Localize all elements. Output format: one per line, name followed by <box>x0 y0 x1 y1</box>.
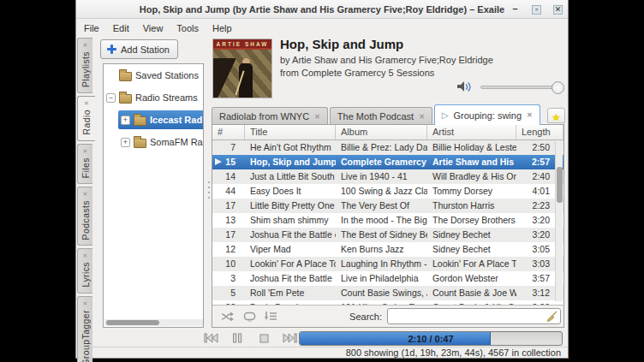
cell-num: 44 <box>212 184 245 199</box>
cell-album: Laughing In Rhythm - Disc… <box>336 257 427 271</box>
table-row[interactable]: 15Hop, Skip and JumpComplete Gramercy 5 … <box>212 155 564 169</box>
shuffle-icon[interactable] <box>221 312 235 322</box>
table-row[interactable]: 17Little Bitty Pretty OneThe Very Best O… <box>212 199 564 213</box>
pause-button[interactable] <box>228 332 247 345</box>
table-row[interactable]: 17Joshua Fit the Battle of J…The Best of… <box>212 228 564 242</box>
tree-item-saved-stations[interactable]: Saved Stations <box>104 64 203 86</box>
tree-horizontal-scrollbar[interactable] <box>104 319 204 326</box>
progress-time-text: 2:10 / 0:47 <box>300 334 562 344</box>
dynamic-icon[interactable] <box>265 312 277 322</box>
cell-title: Shim sham shimmy <box>245 213 336 228</box>
cell-artist: Count Basie & Joe Williams <box>427 286 516 300</box>
expander-icon[interactable]: + <box>121 138 130 147</box>
sidebar-tab-label: Radio <box>81 110 92 134</box>
menu-view[interactable]: View <box>143 23 164 33</box>
close-icon[interactable]: ✕ <box>527 111 533 119</box>
tree-item-label: SomaFM Radio <box>150 137 204 147</box>
table-row[interactable]: 13Shim sham shimmyIn the mood - The Big … <box>212 213 564 228</box>
close-icon[interactable]: ✕ <box>83 252 88 259</box>
cell-num: 17 <box>212 228 245 242</box>
volume-slider-handle[interactable] <box>552 81 564 94</box>
cell-album: Live in Philadelphia <box>336 271 427 286</box>
collection-status-text: 800 showing (1d, 19h, 23m, 44s), 4567 in… <box>346 347 561 358</box>
close-icon[interactable]: ✕ <box>419 113 425 121</box>
column-header-title[interactable]: Title <box>245 125 336 139</box>
exaile-window: Hop, Skip and Jump (by Artie Shaw and Hi… <box>75 0 569 359</box>
scrollbar-thumb[interactable] <box>106 320 159 325</box>
menu-help[interactable]: Help <box>212 23 232 33</box>
cell-album: Count Basie Swings, Joe … <box>336 286 427 300</box>
column-header-artist[interactable]: Artist <box>427 125 516 139</box>
volume-slider[interactable] <box>480 86 559 89</box>
search-input[interactable] <box>387 308 561 324</box>
pane-splitter-handle[interactable] <box>207 181 210 204</box>
close-icon[interactable]: ✕ <box>83 42 88 49</box>
album-art: ARTIE SHAW <box>212 39 272 98</box>
playlist-vertical-scrollbar[interactable] <box>555 141 563 301</box>
menu-tools[interactable]: Tools <box>176 23 199 33</box>
sidebar-tab-files[interactable]: ✕Files <box>77 144 92 184</box>
playing-icon: ▷ <box>442 110 449 120</box>
cell-album: Live in 1940 - 41 <box>336 169 427 184</box>
cell-title: Joshua Fit the Battle <box>245 271 336 286</box>
tree-item-icecast-radio[interactable]: +Icecast Radio <box>104 109 203 131</box>
new-playlist-button[interactable]: ★ <box>547 108 565 123</box>
previous-button[interactable] <box>201 332 220 345</box>
close-icon[interactable]: ✕ <box>83 300 88 307</box>
table-row[interactable]: 14Just a Little Bit South of …Live in 19… <box>212 169 564 184</box>
scrollbar-thumb[interactable] <box>557 167 563 203</box>
table-row[interactable]: 3Joshua Fit the BattleLive in Philadelph… <box>212 271 564 286</box>
column-header-length[interactable]: Length <box>516 125 564 139</box>
playlist-tab-grouping-swing[interactable]: ▷Grouping: swing✕ <box>434 104 540 125</box>
clear-search-broom-icon[interactable] <box>546 311 558 323</box>
add-station-button[interactable]: Add Station <box>100 39 178 59</box>
table-row[interactable]: 7He Ain't Got RhythmBillie & Prez: Lady … <box>212 140 564 155</box>
sidebar-tab-radio[interactable]: ✕Radio <box>77 96 95 140</box>
cell-artist: Lookin' For A Place To Park <box>427 257 516 271</box>
tree-item-somafm-radio[interactable]: +SomaFM Radio <box>104 131 203 153</box>
maximize-button[interactable]: ▫ <box>532 5 541 15</box>
column-header-album[interactable]: Album <box>336 125 427 139</box>
screen: Hop, Skip and Jump (by Artie Shaw and Hi… <box>0 0 644 362</box>
repeat-icon[interactable] <box>243 312 256 322</box>
speaker-icon <box>456 80 475 93</box>
sidebar-tab-playlists[interactable]: ✕Playlists <box>77 38 92 93</box>
close-icon[interactable]: ✕ <box>314 113 320 121</box>
cell-title: Roll 'Em Pete <box>245 286 336 300</box>
sidebar-tab-lyrics[interactable]: ✕Lyrics <box>77 248 92 293</box>
playlist-tab-label: The Moth Podcast <box>337 111 414 122</box>
sidebar-tab-podcasts[interactable]: ✕Podcasts <box>77 187 92 246</box>
station-tree-items: Saved Stations−Radio Streams+Icecast Rad… <box>104 64 203 153</box>
close-button[interactable]: ✕ <box>553 5 563 15</box>
stop-button[interactable] <box>254 332 273 345</box>
cell-title: Lookin' For A Place To Park <box>245 257 336 271</box>
column-header-[interactable]: # <box>212 125 245 139</box>
minimize-button[interactable]: – <box>510 5 520 15</box>
table-row[interactable]: 5Roll 'Em PeteCount Basie Swings, Joe …C… <box>212 286 564 300</box>
playlist-tab-radiolab-from-wnyc[interactable]: Radiolab from WNYC✕ <box>212 107 328 125</box>
seek-progress-bar[interactable]: 2:10 / 0:47 <box>299 331 563 346</box>
playlist-tab-the-moth-podcast[interactable]: The Moth Podcast✕ <box>330 107 432 125</box>
table-row[interactable]: 44Easy Does It100 Swing & Jazz ClassicsT… <box>212 184 564 199</box>
table-row[interactable]: 10Lookin' For A Place To ParkLaughing In… <box>212 257 564 271</box>
close-icon[interactable]: ✕ <box>84 100 89 107</box>
title-bar[interactable]: Hop, Skip and Jump (by Artie Shaw and Hi… <box>76 0 568 19</box>
playlist-tab-bar: Radiolab from WNYC✕The Moth Podcast✕▷Gro… <box>212 104 540 125</box>
search-label: Search: <box>349 312 382 322</box>
playlist-rows: 7He Ain't Got RhythmBillie & Prez: Lady … <box>212 140 564 305</box>
close-icon[interactable]: ✕ <box>83 191 88 198</box>
tree-item-radio-streams[interactable]: −Radio Streams <box>104 86 203 109</box>
tree-item-body: +Icecast Radio <box>118 110 204 129</box>
next-button[interactable] <box>281 332 300 345</box>
menu-edit[interactable]: Edit <box>113 23 129 33</box>
cell-num: 7 <box>212 140 245 155</box>
table-row[interactable]: 12Viper MadKen Burns JazzSidney Bechet3:… <box>212 242 564 257</box>
menu-file[interactable]: File <box>84 23 99 33</box>
cell-album: The Best of Sidney Bechet… <box>336 228 427 242</box>
now-playing-artist: by Artie Shaw and His Gramercy Five;Roy … <box>280 55 493 65</box>
expander-icon[interactable]: − <box>106 93 116 103</box>
close-icon[interactable]: ✕ <box>83 148 88 155</box>
cell-artist: Gordon Webster <box>427 271 516 286</box>
expander-icon[interactable]: + <box>121 116 130 125</box>
sidebar-tab-label: Lyrics <box>80 262 91 287</box>
